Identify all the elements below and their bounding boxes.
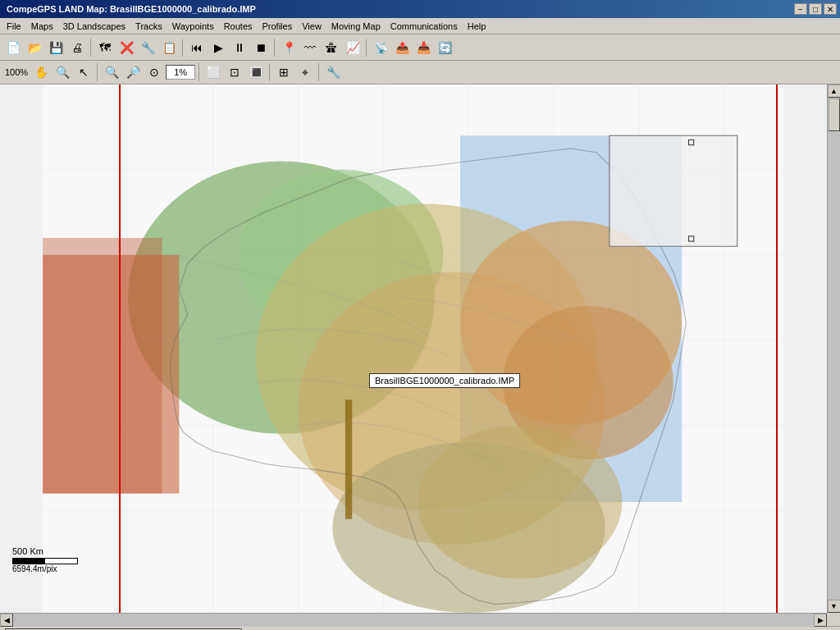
scale-graphic: 6594.4m/pix — [12, 558, 78, 573]
menu-3d-landscapes[interactable]: 3D Landscapes — [58, 20, 130, 33]
map-container[interactable]: BrasilIBGE1000000_calibrado.IMP 500 Km 6… — [0, 84, 827, 613]
window-title: CompeGPS LAND Map: BrasilIBGE1000000_cal… — [3, 4, 256, 14]
scroll-down-button[interactable]: ▼ — [828, 600, 841, 613]
menu-waypoints[interactable]: Waypoints — [167, 20, 219, 33]
svg-rect-30 — [345, 399, 352, 518]
zoom-in-cursor-button[interactable]: 🔍 — [52, 62, 72, 82]
vertical-scrollbar: ▲ ▼ — [827, 84, 840, 613]
hand-tool-button[interactable]: ✋ — [31, 62, 51, 82]
comm-button[interactable]: 📡 — [371, 38, 390, 57]
toolbar-2: 100% ✋ 🔍 ↖ 🔍 🔎 ⊙ ⬜ ⊡ 🔳 ⊞ ⌖ 🔧 — [0, 61, 840, 84]
tools-button[interactable]: 🔧 — [323, 62, 343, 82]
menu-bar: File Maps 3D Landscapes Tracks Waypoints… — [0, 18, 840, 34]
status-bar: coordinates 16°04'57.0"S 053°54'39.0"W L… — [0, 626, 840, 630]
scroll-left-button[interactable]: ◀ — [0, 614, 13, 627]
title-bar: CompeGPS LAND Map: BrasilIBGE1000000_cal… — [0, 0, 840, 18]
center-button[interactable]: ⊡ — [225, 62, 244, 82]
menu-profiles[interactable]: Profiles — [258, 20, 298, 33]
scroll-track-h[interactable] — [13, 614, 814, 627]
menu-routes[interactable]: Routes — [219, 20, 258, 33]
sep-7 — [269, 63, 271, 81]
open-map-button[interactable]: 🗺 — [95, 38, 115, 57]
stop-button[interactable]: ⏹ — [251, 38, 271, 57]
grid-button[interactable]: ⊞ — [274, 62, 294, 82]
map-tool-1[interactable]: 🔧 — [138, 38, 158, 57]
save-button[interactable]: 💾 — [46, 38, 66, 57]
svg-rect-11 — [43, 238, 162, 494]
toolbar-1: 📄 📂 💾 🖨 🗺 ❌ 🔧 📋 ⏮ ▶ ⏸ ⏹ 📍 〰 🛣 📈 📡 📤 📥 🔄 — [0, 34, 840, 61]
svg-point-9 — [418, 425, 622, 578]
track-info-button[interactable]: ⌖ — [295, 62, 315, 82]
sep-1 — [90, 39, 92, 57]
close-map-button[interactable]: ❌ — [116, 38, 136, 57]
gps-send-button[interactable]: 📤 — [392, 38, 412, 57]
gps-recv-button[interactable]: 📥 — [413, 38, 433, 57]
full-screen-button[interactable]: 🔳 — [246, 62, 266, 82]
restore-button[interactable]: □ — [809, 3, 822, 15]
sep-6 — [199, 63, 200, 81]
map-tool-2[interactable]: 📋 — [159, 38, 179, 57]
title-bar-controls: − □ ✕ — [794, 3, 837, 15]
zoom-percent-label: 100% — [3, 67, 30, 77]
horizontal-scrollbar: ◀ ▶ — [0, 613, 827, 626]
scale-mpix-text: 6594.4m/pix — [12, 564, 78, 573]
scale-km-text: 500 Km — [12, 546, 78, 556]
open-button[interactable]: 📂 — [25, 38, 44, 57]
select-area-button[interactable]: ⬜ — [203, 62, 223, 82]
menu-tracks[interactable]: Tracks — [130, 20, 167, 33]
menu-file[interactable]: File — [2, 20, 26, 33]
minimize-button[interactable]: − — [794, 3, 807, 15]
svg-rect-26 — [609, 135, 737, 246]
route-button[interactable]: 🛣 — [322, 38, 341, 57]
sep-8 — [318, 63, 320, 81]
sep-4 — [366, 39, 368, 57]
scroll-up-button[interactable]: ▲ — [828, 84, 841, 98]
pause-button[interactable]: ⏸ — [230, 38, 249, 57]
zoom-out-button[interactable]: 🔎 — [123, 62, 143, 82]
pointer-button[interactable]: ↖ — [74, 62, 94, 82]
main-area: BrasilIBGE1000000_calibrado.IMP 500 Km 6… — [0, 84, 840, 613]
zoom-fit-button[interactable]: ⊙ — [144, 62, 164, 82]
zoom-input-field[interactable] — [166, 65, 195, 80]
print-button[interactable]: 🖨 — [67, 38, 87, 57]
menu-maps[interactable]: Maps — [26, 20, 58, 33]
sep-5 — [97, 63, 98, 81]
scale-line — [12, 558, 78, 564]
menu-view[interactable]: View — [297, 20, 326, 33]
scroll-right-button[interactable]: ▶ — [814, 614, 827, 627]
scroll-track-v[interactable] — [828, 98, 841, 600]
left-border-line — [119, 84, 121, 613]
map-filename-label: BrasilIBGE1000000_calibrado.IMP — [369, 373, 520, 388]
menu-help[interactable]: Help — [463, 20, 491, 33]
sep-3 — [274, 39, 276, 57]
new-file-button[interactable]: 📄 — [3, 38, 23, 57]
zoom-in-button[interactable]: 🔍 — [102, 62, 121, 82]
menu-moving-map[interactable]: Moving Map — [326, 20, 386, 33]
track-button[interactable]: 〰 — [300, 38, 320, 57]
waypoint-button[interactable]: 📍 — [279, 38, 299, 57]
profile-button[interactable]: 📈 — [343, 38, 363, 57]
menu-communications[interactable]: Communications — [386, 20, 463, 33]
gps-sync-button[interactable]: 🔄 — [435, 38, 454, 57]
right-border-line — [776, 84, 778, 613]
sep-2 — [182, 39, 184, 57]
close-button[interactable]: ✕ — [824, 3, 837, 15]
play-back-button[interactable]: ⏮ — [187, 38, 207, 57]
map-svg — [0, 84, 827, 613]
scroll-thumb-v[interactable] — [829, 98, 840, 131]
scale-bar: 500 Km 6594.4m/pix — [12, 546, 78, 573]
play-button[interactable]: ▶ — [208, 38, 228, 57]
